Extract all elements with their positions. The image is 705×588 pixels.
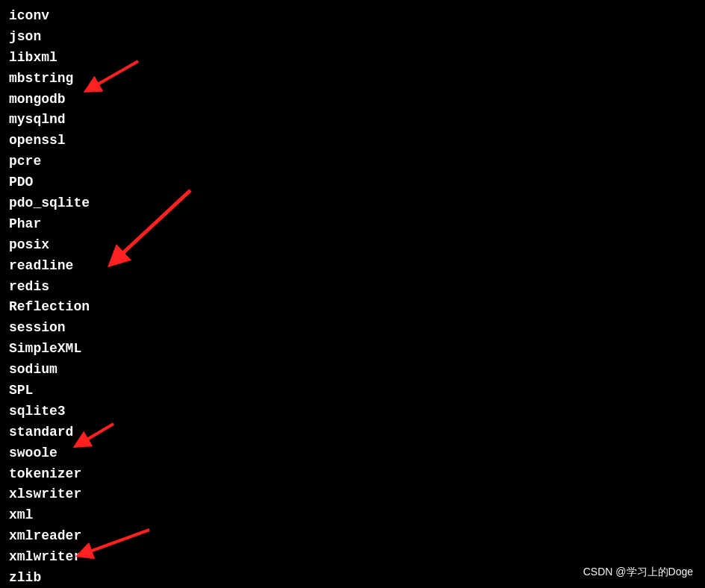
list-item: mysqlnd — [9, 110, 696, 131]
list-item: posix — [9, 235, 696, 256]
list-item: standard — [9, 422, 696, 443]
list-item: PDO — [9, 172, 696, 193]
list-item: pcre — [9, 151, 696, 172]
list-item: iconv — [9, 6, 696, 27]
list-item: redis — [9, 277, 696, 298]
list-item: readline — [9, 256, 696, 277]
list-item: swoole — [9, 443, 696, 464]
list-item: sqlite3 — [9, 401, 696, 422]
list-item: pdo_sqlite — [9, 193, 696, 214]
list-item: SimpleXML — [9, 339, 696, 360]
list-item: xml — [9, 505, 696, 526]
list-item: session — [9, 318, 696, 339]
extension-list: iconvjsonlibxmlmbstringmongodbmysqlndope… — [0, 0, 705, 588]
watermark: CSDN @学习上的Doge — [583, 566, 693, 579]
list-item: Reflection — [9, 297, 696, 318]
list-item: xlswriter — [9, 484, 696, 505]
list-item: openssl — [9, 131, 696, 151]
list-item: mongodb — [9, 90, 696, 110]
list-item: json — [9, 27, 696, 48]
list-item: SPL — [9, 381, 696, 401]
list-item: xmlreader — [9, 526, 696, 547]
list-item: libxml — [9, 48, 696, 69]
list-item: xmlwriter — [9, 547, 696, 568]
list-item: sodium — [9, 360, 696, 381]
list-item: mbstring — [9, 69, 696, 90]
list-item: Phar — [9, 214, 696, 235]
list-item: tokenizer — [9, 464, 696, 485]
